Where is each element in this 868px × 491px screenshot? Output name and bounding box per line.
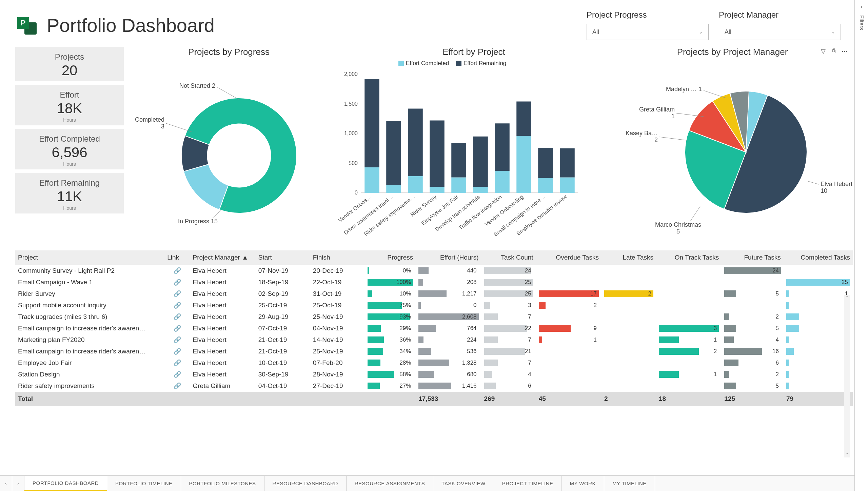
link-icon[interactable]: 🔗 — [174, 313, 181, 321]
svg-line-49 — [807, 181, 819, 184]
link-icon[interactable]: 🔗 — [174, 302, 181, 309]
col-header[interactable]: Completed Tasks — [784, 250, 853, 265]
link-icon[interactable]: 🔗 — [174, 382, 181, 390]
cell-project: Email Campaign - Wave 1 — [15, 277, 164, 288]
cell-start: 07-Oct-19 — [256, 323, 310, 334]
cell-project: Marketing plan FY2020 — [15, 334, 164, 346]
svg-text:Completed: Completed — [135, 116, 164, 123]
table-row[interactable]: Community Survey - Light Rail P2 🔗 Elva … — [15, 265, 853, 277]
cell-finish: 25-Oct-19 — [310, 300, 365, 311]
col-header[interactable]: Progress — [365, 250, 416, 265]
svg-text:10: 10 — [821, 187, 827, 194]
svg-text:Employee Job Fair: Employee Job Fair — [420, 194, 459, 226]
tab-portfolio dashboard[interactable]: PORTFOLIO DASHBOARD — [24, 476, 107, 491]
tab-portfolio milestones[interactable]: PORTFOLIO MILESTONES — [181, 476, 264, 491]
table-row[interactable]: Rider safety improvements 🔗 Greta Gillia… — [15, 380, 853, 392]
col-header[interactable]: Future Tasks — [722, 250, 784, 265]
svg-text:1: 1 — [671, 113, 675, 120]
cell-finish: 25-Nov-19 — [310, 346, 365, 357]
tab-resource assignments[interactable]: RESOURCE ASSIGNMENTS — [347, 476, 434, 491]
svg-text:2: 2 — [654, 137, 658, 143]
svg-text:Vendor Onboarding: Vendor Onboarding — [484, 194, 525, 227]
svg-line-6 — [217, 87, 239, 100]
table-row[interactable]: Marketing plan FY2020 🔗 Elva Hebert 21-O… — [15, 334, 853, 346]
effort-by-project-chart[interactable]: Effort CompletedEffort Remaining05001,00… — [337, 61, 581, 250]
link-icon[interactable]: 🔗 — [174, 290, 181, 298]
tab-my timeline[interactable]: MY TIMELINE — [604, 476, 655, 491]
tab-resource dashboard[interactable]: RESOURCE DASHBOARD — [264, 476, 347, 491]
tab-portfolio timeline[interactable]: PORTFOLIO TIMELINE — [107, 476, 181, 491]
cell-finish: 31-Oct-19 — [310, 288, 365, 300]
table-row[interactable]: Support mobile account inquiry 🔗 Elva He… — [15, 300, 853, 311]
projects-by-progress-chart[interactable]: In Progress 15Completed3Not Started 2 — [127, 61, 337, 237]
pin-icon[interactable]: ⎙ — [832, 47, 835, 55]
svg-rect-41 — [538, 178, 553, 193]
col-header[interactable]: Start — [256, 250, 310, 265]
link-icon[interactable]: 🔗 — [174, 267, 181, 274]
page-tabs: ‹ › PORTFOLIO DASHBOARDPORTFOLIO TIMELIN… — [0, 475, 854, 491]
table-row[interactable]: Email campaign to increase rider's aware… — [15, 323, 853, 334]
col-header[interactable]: Project — [15, 250, 164, 265]
svg-rect-39 — [516, 102, 531, 136]
table-row[interactable]: Employee Job Fair 🔗 Elva Hebert 10-Oct-1… — [15, 357, 853, 369]
svg-rect-33 — [473, 137, 488, 187]
svg-rect-32 — [473, 187, 488, 193]
filters-panel-toggle[interactable]: ‹ Filters — [854, 0, 868, 491]
kpi-card: Projects 20 — [15, 47, 124, 81]
projects-table[interactable]: ProjectLinkProject Manager ▲StartFinishP… — [15, 250, 853, 406]
col-header[interactable]: Project Manager ▲ — [190, 250, 255, 265]
tab-project timeline[interactable]: PROJECT TIMELINE — [494, 476, 562, 491]
filter-icon[interactable]: ▽ — [821, 47, 826, 55]
col-header[interactable]: On Track Tasks — [656, 250, 722, 265]
projects-by-pm-chart[interactable]: Elva Hebert10Marco Christmas5Kasey Ba…2G… — [617, 61, 854, 237]
tab-next[interactable]: › — [12, 476, 24, 491]
link-icon[interactable]: 🔗 — [174, 325, 181, 332]
cell-start: 21-Oct-19 — [256, 346, 310, 357]
tab-my work[interactable]: MY WORK — [561, 476, 604, 491]
col-header[interactable]: Late Tasks — [601, 250, 656, 265]
svg-rect-30 — [451, 143, 466, 178]
table-row[interactable]: Email campaign to increase rider's aware… — [15, 346, 853, 357]
col-header[interactable]: Effort (Hours) — [416, 250, 481, 265]
more-icon[interactable]: ⋯ — [842, 47, 848, 55]
table-scrollbar[interactable]: ˄ ˅ — [844, 295, 850, 457]
table-row[interactable]: Track upgrades (miles 3 thru 6) 🔗 Elva H… — [15, 311, 853, 323]
kpi-card: Effort 18K Hours — [15, 85, 124, 125]
link-icon[interactable]: 🔗 — [174, 348, 181, 355]
slicer-dropdown[interactable]: All ⌄ — [587, 24, 709, 40]
col-header[interactable]: Task Count — [481, 250, 536, 265]
svg-rect-23 — [408, 176, 423, 193]
cell-start: 29-Aug-19 — [256, 311, 310, 323]
link-icon[interactable]: 🔗 — [174, 371, 181, 378]
col-header[interactable]: Link — [164, 250, 190, 265]
cell-start: 21-Oct-19 — [256, 334, 310, 346]
cell-finish: 20-Dec-19 — [310, 265, 365, 277]
svg-rect-17 — [364, 167, 379, 193]
link-icon[interactable]: 🔗 — [174, 279, 181, 286]
cell-pm: Elva Hebert — [190, 369, 255, 380]
cell-pm: Elva Hebert — [190, 311, 255, 323]
svg-line-4 — [166, 123, 192, 132]
svg-rect-45 — [560, 148, 575, 178]
cell-start: 25-Oct-19 — [256, 300, 310, 311]
col-header[interactable]: Finish — [310, 250, 365, 265]
slicer-dropdown[interactable]: All ⌄ — [719, 24, 841, 40]
table-row[interactable]: Station Design 🔗 Elva Hebert 30-Sep-19 2… — [15, 369, 853, 380]
slicer-value: All — [592, 28, 599, 36]
tab-task overview[interactable]: TASK OVERVIEW — [433, 476, 494, 491]
svg-text:In Progress 15: In Progress 15 — [178, 218, 218, 225]
cell-finish: 28-Nov-19 — [310, 369, 365, 380]
cell-start: 10-Oct-19 — [256, 357, 310, 369]
link-icon[interactable]: 🔗 — [174, 359, 181, 367]
svg-line-52 — [690, 206, 700, 222]
cell-project: Rider safety improvements — [15, 380, 164, 392]
link-icon[interactable]: 🔗 — [174, 336, 181, 344]
col-header[interactable]: Overdue Tasks — [536, 250, 601, 265]
svg-rect-26 — [430, 187, 445, 193]
tab-prev[interactable]: ‹ — [0, 476, 12, 491]
cell-pm: Elva Hebert — [190, 300, 255, 311]
table-row[interactable]: Rider Survey 🔗 Elva Hebert 02-Sep-19 31-… — [15, 288, 853, 300]
slicer-value: All — [725, 28, 731, 36]
svg-rect-7 — [398, 61, 404, 66]
table-row[interactable]: Email Campaign - Wave 1 🔗 Elva Hebert 18… — [15, 277, 853, 288]
